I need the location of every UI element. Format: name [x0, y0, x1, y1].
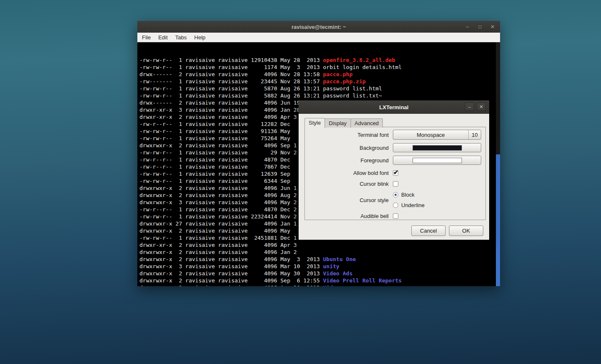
dialog-close-icon[interactable]: ✕: [477, 103, 486, 111]
dialog-title: LXTerminal: [379, 104, 409, 110]
underline-radio[interactable]: [393, 203, 398, 208]
lxterminal-preferences-dialog: LXTerminal – ✕ Style Display Advanced Te…: [299, 100, 489, 240]
scrollbar-thumb[interactable]: [496, 154, 500, 286]
foreground-row: Foreground: [305, 156, 481, 165]
terminal-line: drwx------ 2 ravisaive ravisaive 4096 No…: [139, 71, 500, 78]
terminal-line: drwxrwxr-x 2 ravisaive ravisaive 4096 Ja…: [139, 249, 500, 256]
background-label: Background: [305, 145, 389, 151]
underline-label: Underline: [401, 202, 425, 208]
terminal-line: drwxr-xr-x 2 ravisaive ravisaive 4096 Ap…: [139, 284, 500, 286]
window-controls: – □ ✕: [464, 21, 496, 33]
block-label: Block: [401, 192, 415, 198]
allow-bold-checkbox[interactable]: [393, 170, 398, 176]
ok-button[interactable]: OK: [449, 226, 483, 236]
menu-file[interactable]: File: [138, 34, 155, 41]
foreground-swatch: [413, 158, 462, 163]
audible-bell-label: Audible bell: [305, 213, 389, 219]
allow-bold-row: Allow bold font: [305, 170, 481, 176]
terminal-scrollbar[interactable]: [496, 42, 500, 286]
tab-style[interactable]: Style: [304, 118, 325, 128]
terminal-font-row: Terminal font Monospace 10: [305, 130, 481, 140]
tab-display[interactable]: Display: [325, 118, 351, 128]
menu-edit[interactable]: Edit: [155, 34, 171, 41]
audible-bell-checkbox[interactable]: [393, 213, 398, 219]
terminal-line: drwxrwxr-x 2 ravisaive ravisaive 4096 Ma…: [139, 256, 500, 263]
audible-bell-row: Audible bell: [305, 213, 481, 219]
style-tab-panel: Terminal font Monospace 10 Background Fo…: [304, 127, 486, 220]
terminal-font-label: Terminal font: [305, 132, 389, 138]
cancel-button[interactable]: Cancel: [411, 226, 446, 236]
dialog-titlebar[interactable]: LXTerminal – ✕: [299, 100, 489, 114]
terminal-line: -rw-rw-r-- 1 ravisaive ravisaive 5882 Au…: [139, 92, 500, 99]
menu-tabs[interactable]: Tabs: [171, 34, 190, 41]
terminal-line: drwxrwxr-x 2 ravisaive ravisaive 4096 Se…: [139, 277, 500, 284]
cursor-style-block-option[interactable]: Block: [393, 192, 425, 198]
terminal-menubar: File Edit Tabs Help: [137, 33, 500, 42]
background-color-button[interactable]: [393, 143, 481, 152]
background-row: Background: [305, 143, 481, 152]
dialog-window-controls: – ✕: [465, 103, 486, 111]
cursor-blink-checkbox[interactable]: [393, 181, 398, 187]
allow-bold-label: Allow bold font: [305, 170, 389, 176]
dialog-minimize-icon[interactable]: –: [465, 103, 474, 111]
menu-help[interactable]: Help: [191, 34, 209, 41]
terminal-line: -rw-rw-r-- 1 ravisaive ravisaive 5870 Au…: [139, 85, 500, 92]
tab-advanced[interactable]: Advanced: [351, 118, 383, 128]
background-swatch: [413, 145, 462, 151]
desktop: ravisaive@tecmint: ~ – □ ✕ File Edit Tab…: [0, 0, 601, 364]
foreground-color-button[interactable]: [393, 156, 481, 165]
font-name: Monospace: [393, 130, 468, 139]
dialog-tabs: Style Display Advanced: [304, 118, 382, 128]
terminal-window-title: ravisaive@tecmint: ~: [291, 24, 346, 30]
cursor-style-options: Block Underline: [393, 192, 425, 208]
cursor-blink-label: Cursor blink: [305, 181, 389, 187]
font-picker-button[interactable]: Monospace 10: [393, 130, 481, 140]
foreground-label: Foreground: [305, 157, 389, 164]
terminal-line: -rw-rw-r-- 1 ravisaive ravisaive 1291043…: [139, 56, 500, 64]
terminal-titlebar[interactable]: ravisaive@tecmint: ~ – □ ✕: [137, 21, 500, 33]
cursor-style-row: Cursor style Block Underline: [305, 192, 481, 208]
close-icon[interactable]: ✕: [489, 24, 496, 30]
dialog-actions: Cancel OK: [411, 226, 483, 236]
terminal-line: drwxrwxr-x 2 ravisaive ravisaive 4096 Ma…: [139, 270, 500, 277]
cursor-style-underline-option[interactable]: Underline: [393, 202, 425, 208]
terminal-line: -rw-rw-r-- 1 ravisaive ravisaive 1174 Ma…: [139, 64, 500, 71]
minimize-icon[interactable]: –: [464, 24, 471, 30]
terminal-line: drwxr-xr-x 2 ravisaive ravisaive 4096 Ap…: [139, 241, 500, 249]
cursor-style-label: Cursor style: [305, 197, 389, 203]
cursor-blink-row: Cursor blink: [305, 181, 481, 187]
block-radio[interactable]: [393, 192, 398, 197]
terminal-line: -rw------- 1 ravisaive ravisaive 23445 N…: [139, 78, 500, 85]
font-size: 10: [468, 130, 481, 139]
dialog-body: Style Display Advanced Terminal font Mon…: [299, 114, 489, 240]
terminal-line: drwxrwxr-x 3 ravisaive ravisaive 4096 Ma…: [139, 263, 500, 270]
maximize-icon[interactable]: □: [477, 24, 483, 30]
